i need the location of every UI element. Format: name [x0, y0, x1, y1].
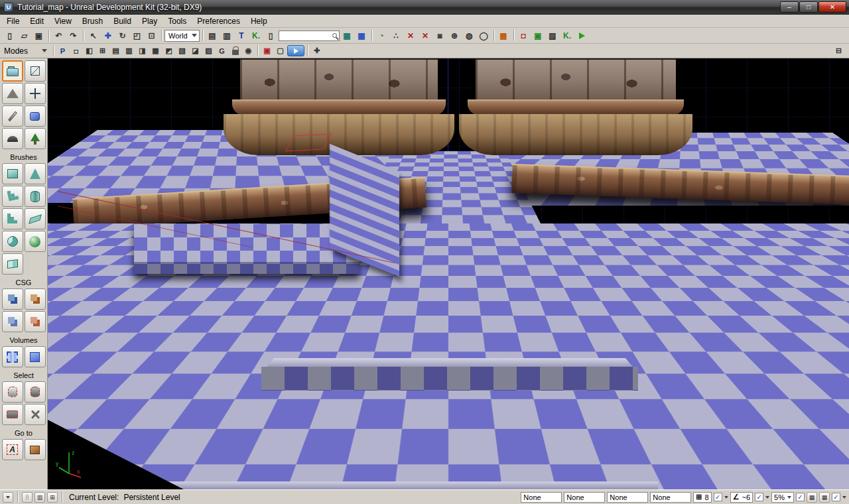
chevron-down-icon[interactable]: [842, 496, 846, 499]
camera-mode-button[interactable]: [2, 60, 23, 82]
camera-tool-icon[interactable]: ◙: [433, 29, 447, 42]
squares-toggle-icon[interactable]: ▢: [274, 45, 287, 57]
texture-align-icon[interactable]: ▤: [206, 29, 220, 42]
build-lighting-icon[interactable]: ▣: [531, 29, 545, 42]
cut-tool-icon[interactable]: ✕: [404, 29, 418, 42]
rotation-snap-field[interactable]: ∠ ~6: [730, 492, 753, 503]
grip-button[interactable]: ⁞⁞: [22, 492, 33, 503]
menu-edit[interactable]: Edit: [25, 15, 49, 27]
lock-viewport-icon[interactable]: [229, 45, 241, 57]
source-control-button[interactable]: ▦: [819, 492, 830, 503]
orbit-camera-icon[interactable]: ◔: [375, 29, 389, 42]
autosave-button[interactable]: ▦: [807, 492, 817, 503]
settings-gear-icon[interactable]: ⊛: [448, 29, 462, 42]
stats-icon[interactable]: ▥: [220, 29, 234, 42]
kismet-icon[interactable]: K.: [249, 29, 263, 42]
layout-icon-5[interactable]: ◨: [136, 45, 149, 57]
rotate-tool-icon[interactable]: ↻: [115, 29, 129, 42]
kismet-open-icon[interactable]: K.: [560, 29, 574, 42]
search-input[interactable]: [279, 31, 340, 41]
actor-classes-icon[interactable]: ▦: [355, 29, 369, 42]
statusbar-options-button[interactable]: [3, 492, 13, 503]
layout-icon-7[interactable]: ◩: [163, 45, 175, 57]
menu-file[interactable]: File: [1, 15, 25, 27]
perspective-viewport[interactable]: z y x: [48, 58, 849, 489]
build-paths-icon[interactable]: ▧: [546, 29, 560, 42]
spiral-staircase-brush-button[interactable]: [2, 231, 23, 252]
geometry-mode-button[interactable]: [25, 60, 46, 82]
cube-brush-button[interactable]: [2, 163, 23, 184]
menu-tools[interactable]: Tools: [163, 15, 192, 27]
goto-actor-button[interactable]: A: [2, 439, 23, 460]
notes-icon[interactable]: ▯: [264, 29, 278, 42]
select-touching-button[interactable]: [25, 381, 46, 403]
origin-marker-icon[interactable]: ◍: [462, 29, 476, 42]
modes-dropdown-icon[interactable]: [38, 45, 50, 57]
select-camera-button[interactable]: [2, 404, 23, 425]
autosave-checkbox[interactable]: ✓: [832, 493, 840, 501]
realtime-toggle-icon[interactable]: ▣: [261, 45, 273, 57]
status-field-3[interactable]: None: [607, 492, 648, 503]
text-tool-icon[interactable]: T: [235, 29, 249, 42]
game-view-icon[interactable]: G: [216, 45, 228, 57]
menu-build[interactable]: Build: [108, 15, 137, 27]
cylinder-brush-button[interactable]: [25, 186, 46, 207]
undo-icon[interactable]: ↶: [52, 29, 66, 42]
menu-brush[interactable]: Brush: [77, 15, 108, 27]
delete-tool-icon[interactable]: ✕: [419, 29, 432, 42]
linear-staircase-brush-button[interactable]: [2, 208, 23, 229]
more-options-icon[interactable]: ∴: [389, 29, 403, 42]
open-level-icon[interactable]: ▱: [17, 29, 31, 42]
sheet-brush-button[interactable]: [25, 208, 46, 229]
layout-icon-9[interactable]: ◪: [189, 45, 202, 57]
play-level-icon[interactable]: [575, 29, 589, 42]
layers-button[interactable]: ▥: [34, 492, 45, 503]
camera-speed-icon[interactable]: ◘: [70, 45, 82, 57]
menu-help[interactable]: Help: [245, 15, 273, 27]
save-all-icon[interactable]: ▣: [32, 29, 46, 42]
build-geometry-icon[interactable]: ◘: [517, 29, 531, 42]
static-mesh-mode-button[interactable]: [25, 105, 46, 127]
landscape-mode-button[interactable]: [2, 128, 23, 149]
layout-icon-6[interactable]: ▦: [149, 45, 162, 57]
cone-brush-button[interactable]: [25, 163, 46, 184]
new-level-icon[interactable]: ▯: [3, 29, 17, 42]
rotation-snap-checkbox[interactable]: ✓: [755, 493, 763, 501]
select-tools-button[interactable]: [25, 404, 46, 425]
grid-snap-checkbox[interactable]: ✓: [714, 493, 722, 501]
curved-staircase-brush-button[interactable]: [2, 186, 23, 207]
add-volume-button[interactable]: [2, 346, 23, 367]
chevron-down-icon[interactable]: [724, 496, 728, 499]
texture-alignment-mode-button[interactable]: [25, 83, 46, 104]
maximize-button[interactable]: □: [799, 1, 818, 13]
layout-icon-4[interactable]: ▥: [123, 45, 135, 57]
layout-icon-10[interactable]: ▨: [202, 45, 215, 57]
minimize-button[interactable]: –: [780, 1, 799, 13]
redo-icon[interactable]: ↷: [66, 29, 80, 42]
card-brush-button[interactable]: [2, 253, 23, 275]
content-browser-icon[interactable]: ▦: [340, 29, 354, 42]
layout-icon-1[interactable]: ◧: [83, 45, 96, 57]
menu-play[interactable]: Play: [137, 15, 163, 27]
circle-tool-icon[interactable]: ◯: [477, 29, 491, 42]
brush-editing-mode-button[interactable]: [2, 105, 23, 127]
scale-snap-checkbox[interactable]: ✓: [796, 493, 805, 501]
brush-builder-icon[interactable]: ▩: [497, 29, 511, 42]
layout-icon-3[interactable]: ▤: [109, 45, 122, 57]
select-inside-button[interactable]: [2, 381, 23, 403]
foliage-mode-button[interactable]: [25, 128, 46, 149]
status-field-4[interactable]: None: [650, 492, 691, 503]
goto-builder-brush-button[interactable]: [25, 439, 46, 460]
chevron-down-icon[interactable]: [765, 496, 769, 499]
blocking-volume-button[interactable]: [25, 346, 46, 367]
status-field-1[interactable]: None: [521, 492, 562, 503]
csg-intersect-button[interactable]: [2, 311, 23, 332]
translate-tool-icon[interactable]: ✚: [101, 29, 115, 42]
camera-speed-field[interactable]: 5%: [771, 492, 794, 503]
snap-toggle-icon[interactable]: ⊡: [145, 29, 159, 42]
terrain-mode-button[interactable]: [2, 83, 23, 104]
show-visibility-icon[interactable]: ◉: [242, 45, 255, 57]
world-reference-dropdown[interactable]: World: [164, 30, 200, 42]
scale-tool-icon[interactable]: ◰: [130, 29, 144, 42]
csg-add-button[interactable]: [2, 288, 23, 310]
